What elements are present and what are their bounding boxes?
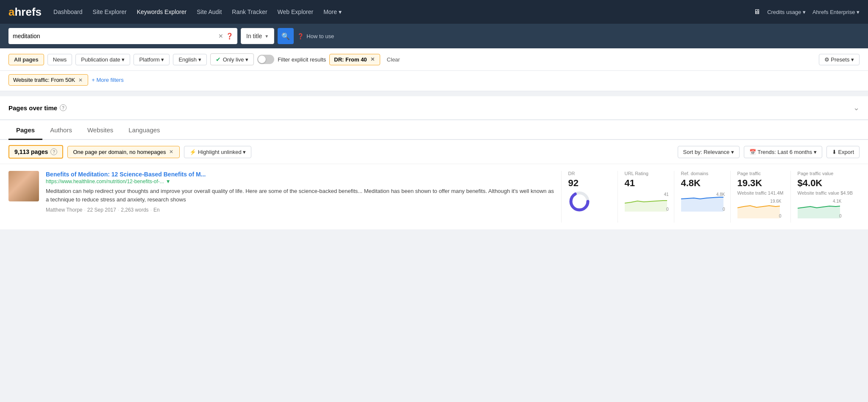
one-page-label: One page per domain, no homepages bbox=[73, 149, 166, 155]
filter-platform[interactable]: Platform ▾ bbox=[134, 54, 170, 65]
page-traffic-website: Website traffic 141.4M bbox=[737, 190, 784, 195]
search-icon: 🔍 bbox=[281, 32, 290, 40]
one-page-close[interactable]: ✕ bbox=[168, 149, 174, 155]
ahrefs-enterprise[interactable]: Ahrefs Enterprise ▾ bbox=[812, 9, 860, 15]
one-page-badge[interactable]: One page per domain, no homepages ✕ bbox=[67, 146, 180, 158]
export-button[interactable]: ⬇ Export bbox=[826, 146, 860, 158]
pages-over-time-section: Pages over time ? ⌄ bbox=[0, 96, 868, 120]
nav-site-explorer[interactable]: Site Explorer bbox=[93, 8, 127, 15]
count-help-icon[interactable]: ? bbox=[50, 148, 57, 155]
clear-search-icon[interactable]: ✕ bbox=[218, 33, 223, 39]
dr-value: 92 bbox=[568, 178, 611, 189]
nav-right: 🖥 Credits usage ▾ Ahrefs Enterprise ▾ bbox=[754, 8, 860, 16]
nav-more[interactable]: More ▾ bbox=[323, 8, 342, 15]
monitor-icon: 🖥 bbox=[754, 8, 760, 16]
search-type-dropdown[interactable]: In title ▼ bbox=[241, 28, 274, 44]
url-rating-label: URL Rating bbox=[625, 171, 667, 176]
how-to-use[interactable]: ❓ How to use bbox=[297, 33, 334, 39]
traffic-value-max: 4.1K bbox=[833, 199, 842, 204]
filter-dr-badge[interactable]: DR: From 40 ✕ bbox=[329, 54, 380, 65]
highlight-unlinked-button[interactable]: ⚡ Highlight unlinked ▾ bbox=[184, 146, 251, 158]
page-traffic-min: 0 bbox=[779, 214, 782, 218]
filter-explicit-toggle[interactable] bbox=[257, 55, 274, 64]
result-title[interactable]: Benefits of Meditation: 12 Science-Based… bbox=[46, 171, 554, 178]
page-traffic-value-val: $4.0K bbox=[798, 178, 853, 189]
url-rating-line-chart bbox=[625, 190, 667, 212]
result-row-1: Benefits of Meditation: 12 Science-Based… bbox=[0, 164, 868, 229]
search-input-wrap: ✕ ❓ bbox=[8, 28, 237, 44]
filter-publication-date[interactable]: Publication date ▾ bbox=[75, 54, 130, 65]
dr-label: DR bbox=[568, 171, 611, 176]
page-traffic-value-website: Website traffic value $4.9B bbox=[798, 190, 853, 195]
result-date: 22 Sep 2017 bbox=[87, 207, 116, 213]
dr-badge-label: DR: From 40 bbox=[334, 56, 367, 63]
tabs-section: Pages Authors Websites Languages 9,113 p… bbox=[0, 120, 868, 229]
filter-news[interactable]: News bbox=[47, 54, 72, 65]
trends-button[interactable]: 📅 Trends: Last 6 months ▾ bbox=[744, 146, 822, 158]
ref-domains-max: 4.8K bbox=[716, 192, 725, 197]
result-metrics: DR 92 URL Rating 41 bbox=[561, 171, 860, 223]
filters-bar-1: All pages News Publication date ▾ Platfo… bbox=[0, 48, 868, 71]
filter-english[interactable]: English ▾ bbox=[173, 54, 206, 65]
dr-donut-chart bbox=[568, 190, 590, 212]
tab-websites[interactable]: Websites bbox=[80, 120, 121, 140]
pot-collapse-icon[interactable]: ⌄ bbox=[853, 103, 860, 112]
metric-url-rating: URL Rating 41 41 0 bbox=[618, 171, 674, 223]
ref-domains-min: 0 bbox=[723, 207, 725, 212]
nav-dashboard[interactable]: Dashboard bbox=[53, 8, 83, 15]
filter-website-traffic[interactable]: Website traffic: From 50K ✕ bbox=[8, 74, 88, 86]
tab-authors[interactable]: Authors bbox=[42, 120, 80, 140]
filter-only-live[interactable]: ✔ Only live ▾ bbox=[210, 53, 254, 65]
url-rating-chart: 41 0 bbox=[625, 190, 667, 216]
help-search-icon[interactable]: ❓ bbox=[226, 33, 233, 39]
page-traffic-label: Page traffic bbox=[737, 171, 784, 176]
toggle-knob bbox=[258, 56, 266, 63]
nav-site-audit[interactable]: Site Audit bbox=[197, 8, 222, 15]
traffic-badge-close[interactable]: ✕ bbox=[78, 77, 83, 83]
sort-button[interactable]: Sort by: Relevance ▾ bbox=[678, 146, 740, 158]
tabs: Pages Authors Websites Languages bbox=[0, 120, 868, 140]
only-live-check-icon: ✔ bbox=[216, 56, 221, 63]
metric-ref-domains: Ref. domains 4.8K 4.8K 0 bbox=[674, 171, 730, 223]
how-to-use-label: How to use bbox=[306, 33, 334, 39]
search-input[interactable] bbox=[13, 33, 218, 39]
filter-explicit-label: Filter explicit results bbox=[278, 56, 326, 63]
result-url-arrow-icon: ▼ bbox=[166, 179, 171, 184]
tab-languages[interactable]: Languages bbox=[121, 120, 167, 140]
filter-explicit-wrap: Filter explicit results bbox=[257, 55, 326, 64]
pages-over-time-title: Pages over time ? bbox=[8, 104, 67, 112]
dr-badge-close[interactable]: ✕ bbox=[370, 56, 376, 62]
credits-usage[interactable]: Credits usage ▾ bbox=[767, 9, 806, 15]
ref-domains-value: 4.8K bbox=[681, 178, 723, 189]
search-button[interactable]: 🔍 bbox=[278, 28, 294, 44]
result-thumbnail bbox=[8, 171, 39, 201]
result-lang: En bbox=[153, 207, 160, 213]
tab-pages[interactable]: Pages bbox=[8, 120, 42, 140]
logo[interactable]: ahrefs bbox=[8, 6, 42, 19]
nav-web-explorer[interactable]: Web Explorer bbox=[278, 8, 314, 15]
more-filters-button[interactable]: + More filters bbox=[92, 77, 124, 83]
presets-button[interactable]: ⚙ Presets ▾ bbox=[819, 54, 860, 65]
metric-page-traffic: Page traffic 19.3K Website traffic 141.4… bbox=[730, 171, 790, 223]
results-bar: 9,113 pages ? One page per domain, no ho… bbox=[0, 140, 868, 164]
filters-bar-2: Website traffic: From 50K ✕ + More filte… bbox=[0, 71, 868, 91]
pages-count-label: 9,113 pages bbox=[14, 148, 48, 155]
nav-keywords-explorer[interactable]: Keywords Explorer bbox=[137, 8, 187, 15]
clear-filters-button[interactable]: Clear bbox=[384, 54, 403, 65]
result-content: Benefits of Meditation: 12 Science-Based… bbox=[46, 171, 554, 213]
page-traffic-value-label: Page traffic value bbox=[798, 171, 853, 176]
url-rating-value: 41 bbox=[625, 178, 667, 189]
filter-all-pages[interactable]: All pages bbox=[8, 54, 44, 65]
url-rating-min: 0 bbox=[666, 207, 669, 212]
result-url[interactable]: https://www.healthline.com/nutrition/12-… bbox=[46, 179, 554, 184]
page-traffic-value: 19.3K bbox=[737, 178, 784, 189]
url-rating-max: 41 bbox=[664, 192, 668, 197]
page-traffic-chart: 19.6K 0 bbox=[737, 197, 780, 223]
search-bar: ✕ ❓ In title ▼ 🔍 ❓ How to use bbox=[0, 24, 868, 48]
pot-help-icon[interactable]: ? bbox=[60, 104, 67, 111]
search-icons: ✕ ❓ bbox=[218, 33, 233, 39]
nav-rank-tracker[interactable]: Rank Tracker bbox=[232, 8, 267, 15]
metric-dr: DR 92 bbox=[561, 171, 618, 223]
result-author[interactable]: Matthew Thorpe bbox=[46, 207, 83, 213]
thumbnail-image bbox=[8, 171, 39, 201]
